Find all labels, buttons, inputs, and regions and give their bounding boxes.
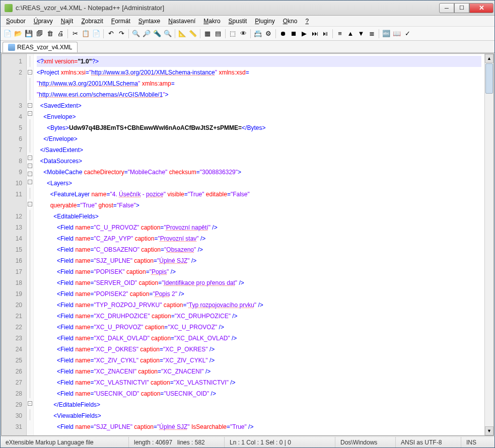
toolbar-button[interactable]: 🔦 <box>152 29 162 39</box>
code-line[interactable]: <Field name="C_ZAP_VYP" caption="Provozn… <box>37 233 481 244</box>
code-line[interactable]: <Field name="SJZ_UPLNE" caption="Úplné S… <box>37 255 481 266</box>
toolbar-button[interactable]: 🗐 <box>34 29 44 39</box>
toolbar-button[interactable]: ✓ <box>402 29 412 39</box>
fold-toggle-icon[interactable]: − <box>28 172 32 176</box>
fold-toggle-icon[interactable]: − <box>28 164 32 168</box>
toolbar-button[interactable]: 👁 <box>238 29 248 39</box>
fold-toggle-icon[interactable]: − <box>28 103 32 108</box>
code-line[interactable]: <FeatureLayer name="4. Úsečník - pozice"… <box>37 189 481 200</box>
toolbar-button[interactable]: ▦ <box>202 29 213 39</box>
code-line[interactable]: <Field name="XC_ZNACENI" caption="XC_ZNA… <box>37 366 481 377</box>
toolbar-button[interactable]: ≡ <box>335 29 345 39</box>
fold-toggle-icon[interactable]: − <box>28 202 32 206</box>
code-line[interactable]: <Envelope> <box>37 111 481 122</box>
toolbar-button[interactable]: ↶ <box>106 29 116 39</box>
menu-zobrazit[interactable]: Zobrazit <box>78 17 106 26</box>
toolbar-button[interactable]: ↷ <box>116 29 126 39</box>
toolbar-button[interactable]: 💾 <box>24 29 34 39</box>
toolbar-button[interactable]: 🔤 <box>381 29 391 39</box>
toolbar-button[interactable]: ▤ <box>213 29 223 39</box>
code-line[interactable]: <MobileCache cacheDirectory="MobileCache… <box>37 167 481 178</box>
minimize-button[interactable]: ─ <box>439 3 454 13</box>
fold-gutter[interactable]: −−−−−−−−− <box>27 54 34 435</box>
code-area[interactable]: <?xml version="1.0"?><Project xmlns:xsi=… <box>34 54 484 435</box>
toolbar-button[interactable]: 📖 <box>392 29 402 39</box>
menu-makro[interactable]: Makro <box>200 17 224 26</box>
fold-toggle-icon[interactable]: − <box>28 70 32 74</box>
menu-spustit[interactable]: Spustit <box>225 17 251 26</box>
code-line[interactable]: queryable="True" ghost="False"> <box>37 200 481 211</box>
editor[interactable]: 1234567891011121314151617181920212223242… <box>2 54 484 435</box>
menu-syntaxe[interactable]: Syntaxe <box>135 17 164 26</box>
close-button[interactable]: ✕ <box>469 3 493 13</box>
toolbar-button[interactable]: 📐 <box>177 29 187 39</box>
toolbar-button[interactable]: ▼ <box>356 29 366 39</box>
code-line[interactable]: <?xml version="1.0"?> <box>37 56 481 67</box>
code-line[interactable]: <Field name="XC_P_OKRES" caption="XC_P_O… <box>37 344 481 355</box>
toolbar-button[interactable]: 🔎 <box>142 29 152 39</box>
toolbar-button[interactable]: 📄 <box>91 29 101 39</box>
code-line[interactable]: <Field name="TYP_ROZPOJ_PRVKU" caption="… <box>37 300 481 311</box>
menu-nastavení[interactable]: Nastavení <box>165 17 199 26</box>
file-tab[interactable]: REAS_vzor_v4.XML <box>3 42 78 52</box>
code-line[interactable]: <DataSources> <box>37 156 481 167</box>
toolbar-button[interactable]: 🖨 <box>55 29 65 39</box>
code-line[interactable]: <Field name="C_OBSAZENO" caption="Obsaze… <box>37 244 481 255</box>
code-line[interactable]: </SavedExtent> <box>37 144 481 156</box>
code-line[interactable]: <Field name="USECNIK_OID" caption="USECN… <box>37 388 481 399</box>
toolbar-button[interactable]: ⏯ <box>320 29 330 39</box>
toolbar-button[interactable]: ⚙ <box>263 29 273 39</box>
fold-toggle-icon[interactable]: − <box>28 156 32 160</box>
code-line[interactable]: <Field name="XC_U_PROVOZ" caption="XC_U_… <box>37 322 481 333</box>
toolbar-button[interactable]: 🗑 <box>45 29 55 39</box>
code-line[interactable]: <ViewableFields> <box>37 410 481 421</box>
toolbar-button[interactable]: ▲ <box>345 29 356 39</box>
scroll-down-icon[interactable]: ▼ <box>485 426 493 435</box>
maximize-button[interactable]: ☐ <box>454 3 469 13</box>
code-line[interactable]: <Bytes>Udw97q4BJ8EmTS+CBhEwwWwl6nAoACfBw… <box>37 122 481 133</box>
code-line[interactable]: <Field name="POPISEK2" caption="Popis 2"… <box>37 288 481 300</box>
scroll-thumb[interactable] <box>485 63 493 94</box>
toolbar-button[interactable]: 📏 <box>188 29 198 39</box>
code-line[interactable]: <Layers> <box>37 178 481 189</box>
scroll-up-icon[interactable]: ▲ <box>485 54 493 63</box>
toolbar-button[interactable]: 🔍 <box>131 29 141 39</box>
code-line[interactable]: </Envelope> <box>37 133 481 144</box>
code-line[interactable]: <Project xmlns:xsi="http://www.w3.org/20… <box>37 67 481 78</box>
code-line[interactable]: <Field name="XC_ZIV_CYKL" caption="XC_ZI… <box>37 355 481 366</box>
code-line[interactable]: <Field name="C_U_PROVOZ" caption="Provoz… <box>37 222 481 233</box>
toolbar-button[interactable]: ⏹ <box>289 29 299 39</box>
code-line[interactable]: <EditableFields> <box>37 211 481 222</box>
toolbar-button[interactable]: ⏺ <box>278 29 288 39</box>
code-line[interactable]: <SavedExtent> <box>37 100 481 111</box>
menu-úpravy[interactable]: Úpravy <box>30 17 56 26</box>
code-line[interactable]: "http://www.esri.com/schemas/ArcGIS/Mobi… <box>37 89 481 100</box>
code-line[interactable]: <Field name="XC_DALK_OVLAD" caption="XC_… <box>37 333 481 344</box>
toolbar-button[interactable]: ✂ <box>70 29 80 39</box>
code-line[interactable]: <Field name="SJZ_UPLNE" caption="Úplné S… <box>37 421 481 432</box>
code-line[interactable]: "http://www.w3.org/2001/XMLSchema" xmlns… <box>37 78 481 89</box>
fold-toggle-icon[interactable]: − <box>28 401 32 406</box>
code-line[interactable]: </EditableFields> <box>37 399 481 410</box>
menu-soubor[interactable]: Soubor <box>3 17 29 26</box>
toolbar-button[interactable]: 📇 <box>253 29 263 39</box>
fold-toggle-icon[interactable]: − <box>28 180 32 184</box>
toolbar-button[interactable]: 📋 <box>81 29 91 39</box>
toolbar-button[interactable]: 📄 <box>3 29 13 39</box>
vertical-scrollbar[interactable]: ▲ ▼ <box>484 54 493 435</box>
toolbar-button[interactable]: ▶ <box>299 29 309 39</box>
titlebar[interactable]: c:\REAS_vzor_v4.XML - Notepad++ [Adminis… <box>1 1 494 16</box>
toolbar-button[interactable]: ⬚ <box>228 29 238 39</box>
menu-najít[interactable]: Najít <box>57 17 77 26</box>
menu-pluginy[interactable]: Pluginy <box>251 17 278 26</box>
scroll-track[interactable] <box>485 94 493 426</box>
code-line[interactable]: <Field name="XC_VLASTNICTVI" caption="XC… <box>37 377 481 388</box>
toolbar-button[interactable]: ≣ <box>367 29 377 39</box>
toolbar-button[interactable]: ⏭ <box>310 29 320 39</box>
toolbar-button[interactable]: 📂 <box>13 29 23 39</box>
fold-toggle-icon[interactable]: − <box>28 111 32 116</box>
menu-?[interactable]: ? <box>302 17 312 26</box>
code-line[interactable]: <Field name="POPISEK" caption="Popis" /> <box>37 266 481 277</box>
code-line[interactable]: <Field name="XC_DRUHPOZICE" caption="XC_… <box>37 311 481 322</box>
code-line[interactable]: <Field name="SERVER_OID" caption="Identi… <box>37 277 481 288</box>
